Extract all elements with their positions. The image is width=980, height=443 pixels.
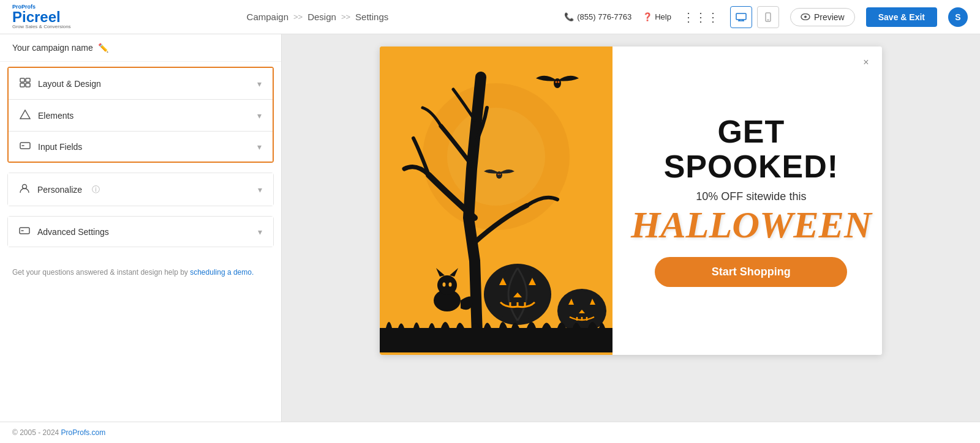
nav-design[interactable]: Design bbox=[307, 12, 336, 22]
nav-arrow-2: >> bbox=[341, 12, 350, 21]
help-icon: ❓ bbox=[643, 12, 652, 21]
accordion-personalize-left: Personalize ⓘ bbox=[19, 183, 100, 196]
popup-close-button[interactable]: × bbox=[858, 54, 875, 71]
popup-container: × bbox=[380, 47, 882, 355]
personalize-icon bbox=[19, 183, 30, 196]
logo: ProProfs Picreel Grow Sales & Conversion… bbox=[12, 4, 71, 29]
accordion-advanced-settings-header[interactable]: Advanced Settings ▾ bbox=[8, 217, 273, 247]
phone-number: (855) 776-7763 bbox=[577, 12, 631, 21]
scheduling-demo-link[interactable]: scheduling a demo. bbox=[190, 268, 254, 277]
accordion-elements-left: Elements bbox=[20, 110, 74, 121]
svg-rect-10 bbox=[20, 83, 24, 87]
accordion-input-fields-header[interactable]: Input Fields ▾ bbox=[9, 132, 273, 162]
nav-campaign[interactable]: Campaign bbox=[247, 12, 288, 22]
accordion-layout-design-left: Layout & Design bbox=[20, 78, 101, 89]
svg-rect-8 bbox=[20, 78, 24, 82]
input-fields-chevron: ▾ bbox=[257, 142, 262, 152]
svg-point-31 bbox=[443, 283, 446, 287]
advanced-settings-label: Advanced Settings bbox=[37, 227, 109, 237]
canvas-area: × bbox=[282, 34, 980, 422]
halloween-illustration bbox=[380, 47, 612, 355]
halloween-word: HALLOWEEN bbox=[631, 206, 872, 244]
layout-design-label: Layout & Design bbox=[38, 79, 101, 89]
phone-icon: 📞 bbox=[564, 12, 574, 21]
svg-point-32 bbox=[449, 283, 452, 287]
footer-copyright: © 2005 - 2024 bbox=[12, 428, 61, 437]
apps-icon[interactable]: ⋮⋮⋮ bbox=[682, 10, 719, 24]
accordion-elements-header[interactable]: Elements ▾ bbox=[9, 100, 273, 131]
user-avatar[interactable]: S bbox=[948, 7, 968, 27]
halloween-subtext: 10% OFF sitewide this bbox=[696, 190, 806, 203]
svg-rect-49 bbox=[380, 328, 612, 352]
main-layout: Your campaign name ✏️ bbox=[0, 34, 980, 422]
advanced-settings-icon bbox=[19, 226, 30, 237]
elements-label: Elements bbox=[38, 111, 74, 121]
breadcrumb-nav: Campaign >> Design >> Settings bbox=[247, 12, 389, 22]
sidebar-help-text: Get your questions answered & instant de… bbox=[0, 252, 281, 293]
help-link[interactable]: ❓ Help bbox=[643, 12, 671, 21]
accordion-advanced-settings: Advanced Settings ▾ bbox=[7, 216, 274, 247]
svg-point-28 bbox=[437, 275, 457, 295]
sidebar: Your campaign name ✏️ bbox=[0, 34, 282, 422]
preview-button[interactable]: Preview bbox=[790, 8, 855, 26]
accordion-personalize: Personalize ⓘ ▾ bbox=[7, 173, 274, 206]
elements-icon bbox=[20, 110, 31, 121]
svg-point-23 bbox=[558, 81, 560, 83]
halloween-popup: GET SPOOKED! 10% OFF sitewide this HALLO… bbox=[380, 47, 882, 355]
view-toggle-group bbox=[730, 6, 779, 28]
footer: © 2005 - 2024 ProProfs.com bbox=[0, 422, 980, 443]
svg-point-25 bbox=[498, 174, 499, 175]
svg-marker-12 bbox=[20, 110, 30, 119]
personalize-help-icon[interactable]: ⓘ bbox=[92, 184, 100, 195]
personalize-label: Personalize bbox=[37, 185, 82, 195]
accordion-input-fields-left: Input Fields bbox=[20, 141, 82, 152]
campaign-name-text: Your campaign name bbox=[12, 43, 93, 53]
footer-proprofs-link[interactable]: ProProfs.com bbox=[61, 428, 106, 437]
layout-design-chevron: ▾ bbox=[257, 79, 262, 89]
mobile-view-button[interactable] bbox=[757, 6, 779, 28]
elements-chevron: ▾ bbox=[257, 111, 262, 121]
svg-point-22 bbox=[556, 81, 557, 83]
phone-info: 📞 (855) 776-7763 bbox=[564, 12, 631, 21]
campaign-name-row: Your campaign name ✏️ bbox=[0, 34, 281, 62]
accordion-layout-design: Layout & Design ▾ bbox=[9, 68, 273, 100]
halloween-content: GET SPOOKED! 10% OFF sitewide this HALLO… bbox=[612, 47, 882, 355]
accordion-personalize-header[interactable]: Personalize ⓘ ▾ bbox=[8, 173, 273, 206]
save-exit-button[interactable]: Save & Exit bbox=[866, 7, 937, 27]
halloween-heading: GET SPOOKED! bbox=[631, 114, 872, 184]
topnav-actions: 📞 (855) 776-7763 ❓ Help ⋮⋮⋮ bbox=[564, 6, 968, 28]
svg-point-7 bbox=[804, 16, 807, 18]
svg-rect-11 bbox=[26, 83, 30, 87]
logo-tagline: Grow Sales & Conversions bbox=[12, 24, 71, 29]
layout-design-icon bbox=[20, 78, 31, 89]
logo-picreel: Picreel bbox=[12, 10, 71, 24]
svg-point-20 bbox=[447, 108, 545, 206]
input-fields-label: Input Fields bbox=[38, 142, 82, 152]
input-fields-icon bbox=[20, 141, 31, 152]
nav-arrow-1: >> bbox=[293, 12, 303, 21]
accordion-input-fields: Input Fields ▾ bbox=[9, 132, 273, 162]
top-navigation: ProProfs Picreel Grow Sales & Conversion… bbox=[0, 0, 980, 34]
personalize-chevron: ▾ bbox=[258, 185, 262, 195]
edit-campaign-name-icon[interactable]: ✏️ bbox=[98, 43, 108, 53]
accordion-layout-design-header[interactable]: Layout & Design ▾ bbox=[9, 68, 273, 99]
sidebar-grouped-sections: Layout & Design ▾ Elements bbox=[7, 67, 274, 163]
advanced-settings-chevron: ▾ bbox=[258, 227, 262, 237]
accordion-advanced-settings-left: Advanced Settings bbox=[19, 226, 109, 237]
nav-settings[interactable]: Settings bbox=[355, 12, 388, 22]
svg-rect-9 bbox=[26, 78, 30, 82]
desktop-view-button[interactable] bbox=[730, 6, 752, 28]
accordion-elements: Elements ▾ bbox=[9, 100, 273, 132]
svg-point-26 bbox=[500, 174, 501, 175]
halloween-cta-button[interactable]: Start Shopping bbox=[655, 257, 847, 287]
svg-rect-0 bbox=[736, 13, 746, 20]
